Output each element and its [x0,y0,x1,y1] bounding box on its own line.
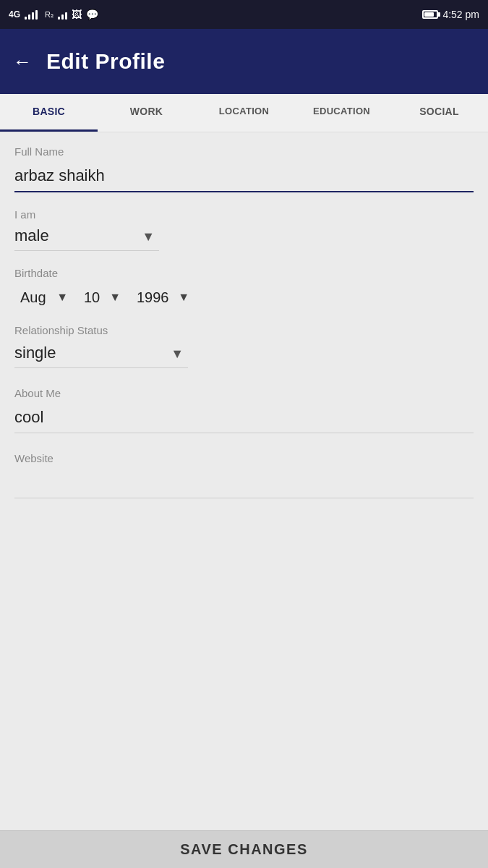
image-icon: 🖼 [72,9,82,20]
relationship-select[interactable]: single married divorced widowed in a rel… [14,339,188,368]
birthdate-section: Birthdate JanFebMarApr MayJunJulAug SepO… [0,257,488,314]
day-select[interactable]: 12345 678910 1112131415 1617181920 21222… [78,286,124,308]
save-changes-button[interactable]: SAVE CHANGES [180,841,308,858]
about-me-section: About Me [0,374,488,439]
signal-bars-2 [58,9,67,20]
back-button[interactable]: ← [13,51,32,73]
carrier1-label: 4G [9,9,20,20]
website-input[interactable] [14,469,474,498]
page-title: Edit Profile [46,49,165,74]
relationship-label: Relationship Status [14,324,474,336]
signal-bars-1 [25,9,38,20]
month-select-wrapper: JanFebMarApr MayJunJulAug SepOctNovDec ▼ [14,286,71,308]
status-bar: 4G R₂ 🖼 💬 4:52 pm [0,0,488,29]
relationship-section: Relationship Status single married divor… [0,314,488,374]
save-changes-bar: SAVE CHANGES [0,830,488,868]
month-select[interactable]: JanFebMarApr MayJunJulAug SepOctNovDec [14,286,71,308]
gender-section: I am male female other ▼ [0,198,488,257]
gender-select-wrapper: male female other ▼ [14,222,159,251]
status-right: 4:52 pm [422,9,479,20]
full-name-section: Full Name [0,132,488,198]
year-select-wrapper: 1990199119921993 1994199519961997 199819… [131,286,192,308]
day-select-wrapper: 12345 678910 1112131415 1617181920 21222… [78,286,124,308]
tab-social[interactable]: SOCIAL [390,94,488,132]
content-area: Full Name I am male female other ▼ Birth… [0,132,488,841]
full-name-label: Full Name [14,145,474,158]
website-label: Website [14,452,474,464]
tab-basic[interactable]: BASIC [0,94,98,132]
tab-education[interactable]: EDUCATION [293,94,390,132]
carrier2-label: R₂ [45,10,53,20]
relationship-select-wrapper: single married divorced widowed in a rel… [14,339,188,368]
battery-icon [422,10,438,19]
about-me-input[interactable] [14,404,474,433]
about-me-label: About Me [14,387,474,399]
year-select[interactable]: 1990199119921993 1994199519961997 199819… [131,286,192,308]
tab-location[interactable]: LOCATION [195,94,293,132]
website-section: Website [0,439,488,548]
time-display: 4:52 pm [442,9,479,20]
tab-work[interactable]: WORK [98,94,195,132]
full-name-input[interactable] [14,162,474,192]
gender-select[interactable]: male female other [14,222,159,251]
tabs-bar: BASIC WORK LOCATION EDUCATION SOCIAL [0,94,488,132]
gender-label: I am [14,208,474,221]
birthdate-row: JanFebMarApr MayJunJulAug SepOctNovDec ▼… [14,286,474,308]
whatsapp-icon: 💬 [86,9,98,20]
birthdate-label: Birthdate [14,267,474,279]
status-left: 4G R₂ 🖼 💬 [9,9,98,20]
header: ← Edit Profile [0,29,488,94]
